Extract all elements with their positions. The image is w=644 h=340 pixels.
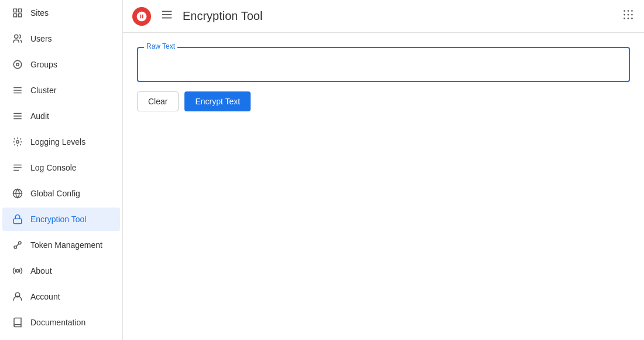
svg-point-32 xyxy=(628,14,629,16)
svg-line-22 xyxy=(16,244,19,246)
page-title: Encryption Tool xyxy=(183,9,615,23)
sidebar-item-label: Audit xyxy=(30,111,49,121)
svg-rect-2 xyxy=(13,14,16,17)
groups-icon xyxy=(12,59,23,70)
sidebar-item-sites[interactable]: Sites xyxy=(2,1,120,25)
sidebar-item-label: Groups xyxy=(30,60,57,69)
encrypt-button[interactable]: Encrypt Text xyxy=(184,91,251,111)
app-launcher-icon[interactable] xyxy=(622,8,635,24)
app-logo xyxy=(132,7,151,26)
sidebar-item-groups[interactable]: Groups xyxy=(2,53,120,76)
sidebar-item-encryption-tool[interactable]: Encryption Tool xyxy=(2,208,120,231)
svg-rect-19 xyxy=(13,219,22,223)
content-area: Raw Text Clear Encrypt Text xyxy=(123,33,644,340)
clear-button[interactable]: Clear xyxy=(137,91,179,111)
sidebar-item-label: Documentation xyxy=(30,318,85,327)
sidebar-item-label: Encryption Tool xyxy=(30,215,86,224)
svg-point-6 xyxy=(16,63,19,66)
cluster-icon xyxy=(12,84,23,96)
svg-point-4 xyxy=(15,35,18,38)
sidebar-item-token-management[interactable]: Token Management xyxy=(2,233,120,257)
svg-point-34 xyxy=(624,18,625,19)
audit-icon xyxy=(12,110,23,122)
raw-text-label: Raw Text xyxy=(144,42,177,50)
sidebar-item-label: Logging Levels xyxy=(30,137,85,147)
svg-rect-0 xyxy=(13,9,16,12)
svg-point-35 xyxy=(628,18,629,19)
token-icon xyxy=(12,239,23,251)
sidebar-item-label: Global Config xyxy=(30,189,80,198)
sidebar-item-users[interactable]: Users xyxy=(2,27,120,50)
sidebar-item-log-console[interactable]: Log Console xyxy=(2,156,120,179)
sidebar: Sites Users Groups Cluster xyxy=(0,0,123,340)
sidebar-item-label: Users xyxy=(30,34,52,43)
svg-rect-3 xyxy=(19,14,22,17)
raw-text-input[interactable] xyxy=(145,53,622,74)
svg-point-36 xyxy=(631,18,633,19)
sidebar-item-label: About xyxy=(30,266,52,276)
svg-point-23 xyxy=(16,270,19,273)
svg-rect-1 xyxy=(19,9,22,12)
sidebar-item-account[interactable]: Account xyxy=(2,285,120,308)
about-icon xyxy=(12,265,23,277)
sidebar-item-about[interactable]: About xyxy=(2,259,120,283)
button-row: Clear Encrypt Text xyxy=(137,91,630,111)
sidebar-item-documentation[interactable]: Documentation xyxy=(2,311,120,334)
svg-point-33 xyxy=(631,14,633,16)
svg-point-21 xyxy=(19,242,22,244)
sidebar-item-label: Sites xyxy=(30,8,49,18)
svg-point-29 xyxy=(628,10,629,12)
sidebar-item-global-config[interactable]: Global Config xyxy=(2,182,120,205)
sidebar-item-cluster[interactable]: Cluster xyxy=(2,79,120,102)
sidebar-item-label: Cluster xyxy=(30,86,56,95)
encryption-icon xyxy=(12,213,23,225)
menu-icon[interactable] xyxy=(158,6,176,26)
svg-point-20 xyxy=(14,246,17,249)
header: Encryption Tool xyxy=(123,0,644,33)
global-config-icon xyxy=(12,188,23,199)
log-console-icon xyxy=(12,162,23,174)
sidebar-item-label: Account xyxy=(30,292,60,301)
sidebar-item-logging-levels[interactable]: Logging Levels xyxy=(2,130,120,154)
main-content: Encryption Tool Raw Text Clear Encrypt T… xyxy=(123,0,644,340)
logging-icon xyxy=(12,136,23,148)
raw-text-container: Raw Text xyxy=(137,47,630,82)
svg-point-13 xyxy=(16,141,19,144)
svg-point-30 xyxy=(631,10,633,12)
sidebar-item-label: Token Management xyxy=(30,240,102,250)
sidebar-item-audit[interactable]: Audit xyxy=(2,104,120,128)
documentation-icon xyxy=(12,317,23,328)
users-icon xyxy=(12,33,23,45)
grid-icon xyxy=(12,7,23,19)
svg-point-28 xyxy=(624,10,625,12)
sidebar-item-label: Log Console xyxy=(30,163,77,172)
account-icon xyxy=(12,291,23,302)
svg-point-5 xyxy=(13,60,22,69)
svg-point-31 xyxy=(624,14,625,16)
